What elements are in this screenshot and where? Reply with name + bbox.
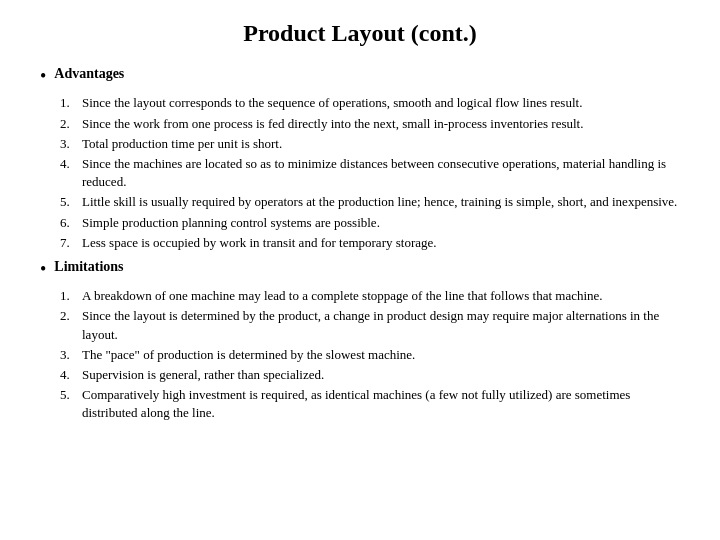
item-text: Since the layout is determined by the pr… (82, 307, 680, 343)
page: Product Layout (cont.) • Advantages 1.Si… (0, 0, 720, 540)
item-number: 1. (60, 94, 82, 112)
item-text: Since the work from one process is fed d… (82, 115, 583, 133)
limitations-bullet: • (40, 258, 46, 281)
list-item: 1.A breakdown of one machine may lead to… (60, 287, 680, 305)
item-text: Comparatively high investment is require… (82, 386, 680, 422)
item-number: 6. (60, 214, 82, 232)
item-text: Total production time per unit is short. (82, 135, 282, 153)
advantages-bullet: • (40, 65, 46, 88)
list-item: 2.Since the work from one process is fed… (60, 115, 680, 133)
item-number: 7. (60, 234, 82, 252)
advantages-list: 1.Since the layout corresponds to the se… (60, 94, 680, 252)
limitations-label: Limitations (54, 258, 123, 276)
advantages-header: • Advantages (40, 65, 680, 88)
item-number: 4. (60, 155, 82, 173)
limitations-list: 1.A breakdown of one machine may lead to… (60, 287, 680, 422)
list-item: 5.Little skill is usually required by op… (60, 193, 680, 211)
item-number: 5. (60, 386, 82, 404)
item-number: 2. (60, 307, 82, 325)
item-text: A breakdown of one machine may lead to a… (82, 287, 603, 305)
item-text: Since the machines are located so as to … (82, 155, 680, 191)
list-item: 4.Since the machines are located so as t… (60, 155, 680, 191)
item-number: 4. (60, 366, 82, 384)
item-text: The "pace" of production is determined b… (82, 346, 415, 364)
item-text: Simple production planning control syste… (82, 214, 380, 232)
list-item: 1.Since the layout corresponds to the se… (60, 94, 680, 112)
list-item: 7.Less space is occupied by work in tran… (60, 234, 680, 252)
advantages-label: Advantages (54, 65, 124, 83)
list-item: 5.Comparatively high investment is requi… (60, 386, 680, 422)
page-title: Product Layout (cont.) (40, 20, 680, 47)
list-item: 3.Total production time per unit is shor… (60, 135, 680, 153)
item-number: 3. (60, 346, 82, 364)
item-text: Supervision is general, rather than spec… (82, 366, 324, 384)
list-item: 3.The "pace" of production is determined… (60, 346, 680, 364)
list-item: 6.Simple production planning control sys… (60, 214, 680, 232)
item-number: 2. (60, 115, 82, 133)
item-text: Since the layout corresponds to the sequ… (82, 94, 582, 112)
item-number: 5. (60, 193, 82, 211)
item-number: 3. (60, 135, 82, 153)
item-number: 1. (60, 287, 82, 305)
item-text: Less space is occupied by work in transi… (82, 234, 437, 252)
list-item: 4.Supervision is general, rather than sp… (60, 366, 680, 384)
list-item: 2.Since the layout is determined by the … (60, 307, 680, 343)
item-text: Little skill is usually required by oper… (82, 193, 677, 211)
limitations-header: • Limitations (40, 258, 680, 281)
